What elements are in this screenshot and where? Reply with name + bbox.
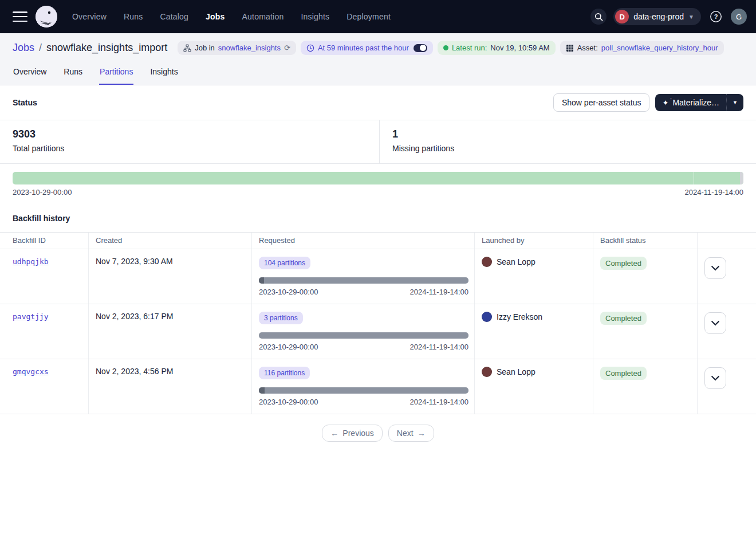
nav-jobs[interactable]: Jobs	[206, 12, 225, 21]
created-cell: Nov 2, 2023, 4:56 PM	[89, 359, 252, 414]
requested-range-labels: 2023-10-29-00:00 2024-11-19-14:00	[259, 288, 468, 296]
col-requested: Requested	[252, 233, 475, 249]
tab-insights[interactable]: Insights	[149, 60, 178, 85]
breadcrumb-jobs-link[interactable]: Jobs	[13, 42, 34, 54]
nav-catalog[interactable]: Catalog	[160, 12, 188, 21]
launched-by-cell: Izzy Erekson	[475, 304, 593, 359]
asset-badge: Asset: poll_snowflake_query_history_hour	[560, 41, 724, 55]
dagster-logo-icon[interactable]	[36, 6, 57, 28]
launched-by-name: Sean Lopp	[497, 257, 536, 266]
actions-cell	[698, 304, 756, 359]
requested-range-labels: 2023-10-29-00:00 2024-11-19-14:00	[259, 343, 468, 351]
topnav-right: D data-eng-prod ▼ ? G	[590, 8, 747, 25]
requested-segment	[259, 277, 264, 284]
nav-automation[interactable]: Automation	[242, 12, 284, 21]
chevron-down-icon	[711, 262, 719, 270]
nav-runs[interactable]: Runs	[124, 12, 143, 21]
tab-overview[interactable]: Overview	[13, 60, 47, 85]
requested-range-bar	[259, 387, 468, 394]
user-avatar[interactable]: G	[731, 9, 747, 25]
backfill-status-cell: Completed	[593, 249, 698, 304]
launched-by-name: Sean Lopp	[497, 367, 536, 376]
backfill-id-cell: pavgtjjy	[0, 304, 89, 359]
backfill-id-link[interactable]: udhpqjkb	[13, 257, 49, 266]
schedule-toggle[interactable]	[414, 44, 427, 52]
show-per-asset-status-button[interactable]: Show per-asset status	[553, 93, 650, 112]
range-start: 2023-10-29-00:00	[259, 343, 318, 351]
partition-health-bar[interactable]	[13, 172, 743, 184]
materialize-dropdown-button[interactable]: ▼	[726, 94, 743, 111]
range-start: 2023-10-29-00:00	[259, 288, 318, 296]
missing-partition-segment	[740, 172, 743, 184]
col-created: Created	[89, 233, 252, 249]
requested-range-bar	[259, 332, 468, 339]
workspace-switcher[interactable]: D data-eng-prod ▼	[613, 8, 701, 25]
missing-partitions-label: Missing partitions	[392, 144, 454, 153]
help-icon[interactable]: ?	[708, 9, 724, 25]
created-timestamp: Nov 2, 2023, 4:56 PM	[96, 367, 173, 376]
backfill-id-link[interactable]: pavgtjjy	[13, 312, 49, 321]
nav-overview[interactable]: Overview	[72, 12, 107, 21]
workspace-name: data-eng-prod	[633, 12, 684, 21]
missing-partitions-value: 1	[392, 128, 454, 140]
nav-insights[interactable]: Insights	[301, 12, 329, 21]
materialize-button[interactable]: ✦ Materialize…	[655, 94, 726, 111]
tab-partitions[interactable]: Partitions	[99, 60, 133, 85]
previous-page-button[interactable]: ← Previous	[322, 425, 382, 442]
breadcrumb-separator: /	[39, 42, 42, 54]
status-badge: Completed	[600, 257, 647, 270]
status-badge: Completed	[600, 367, 647, 380]
next-page-button[interactable]: Next →	[388, 425, 434, 442]
col-backfill-status: Backfill status	[593, 233, 698, 249]
svg-text:?: ?	[714, 13, 718, 20]
table-row: udhpqjkb Nov 7, 2023, 9:30 AM 104 partit…	[0, 249, 756, 304]
status-section-header: Status Show per-asset status ✦ Materiali…	[0, 85, 756, 120]
backfill-id-cell: gmqvgcxs	[0, 359, 89, 414]
status-heading: Status	[13, 98, 37, 107]
created-cell: Nov 2, 2023, 6:17 PM	[89, 304, 252, 359]
created-timestamp: Nov 7, 2023, 9:30 AM	[96, 257, 173, 266]
launched-by-cell: Sean Lopp	[475, 249, 593, 304]
sparkle-icon: ✦	[662, 99, 668, 107]
requested-cell: 116 partitions 2023-10-29-00:00 2024-11-…	[252, 359, 475, 414]
col-actions	[698, 233, 756, 249]
asset-link[interactable]: poll_snowflake_query_history_hour	[601, 44, 718, 52]
menu-icon[interactable]	[13, 11, 27, 22]
backfill-id-link[interactable]: gmqvgcxs	[13, 367, 49, 376]
requested-cell: 3 partitions 2023-10-29-00:00 2024-11-19…	[252, 304, 475, 359]
backfill-status-cell: Completed	[593, 359, 698, 414]
schedule-badge: At 59 minutes past the hour	[301, 41, 433, 55]
requested-partitions-badge[interactable]: 3 partitions	[259, 312, 303, 324]
graph-icon	[183, 44, 191, 52]
user-avatar-icon	[482, 367, 492, 377]
tab-bar: Overview Runs Partitions Insights	[0, 60, 756, 85]
table-row: pavgtjjy Nov 2, 2023, 6:17 PM 3 partitio…	[0, 304, 756, 359]
nav-deployment[interactable]: Deployment	[346, 12, 391, 21]
chevron-down-icon	[711, 317, 719, 325]
run-status-dot-icon	[443, 45, 448, 50]
chevron-down-icon: ▼	[688, 14, 694, 20]
materialize-label: Materialize…	[672, 98, 719, 107]
page-header-band: Jobs / snowflake_insights_import Job in …	[0, 33, 756, 85]
tab-runs[interactable]: Runs	[63, 60, 83, 85]
row-actions-button[interactable]	[704, 367, 726, 389]
next-label: Next	[397, 429, 414, 438]
octopus-glyph	[36, 6, 57, 28]
col-backfill-id: Backfill ID	[0, 233, 89, 249]
search-icon[interactable]	[590, 9, 607, 25]
arrow-left-icon: ←	[330, 429, 338, 438]
partition-health-bar-section: 2023-10-29-00:00 2024-11-19-14:00	[0, 164, 756, 200]
nav-items: Overview Runs Catalog Jobs Automation In…	[72, 12, 391, 21]
partition-range-labels: 2023-10-29-00:00 2024-11-19-14:00	[13, 188, 743, 197]
job-in-label: Job in	[195, 44, 215, 52]
requested-partitions-badge[interactable]: 116 partitions	[259, 367, 310, 379]
requested-partitions-badge[interactable]: 104 partitions	[259, 257, 310, 269]
user-avatar-icon	[482, 257, 492, 267]
requested-range-bar	[259, 277, 468, 284]
row-actions-button[interactable]	[704, 312, 726, 334]
reload-icon[interactable]: ⟳	[284, 44, 290, 52]
asset-grid-icon	[566, 44, 574, 52]
row-actions-button[interactable]	[704, 257, 726, 279]
code-location-link[interactable]: snowflake_insights	[218, 44, 281, 52]
latest-run-time[interactable]: Nov 19, 10:59 AM	[490, 44, 549, 52]
